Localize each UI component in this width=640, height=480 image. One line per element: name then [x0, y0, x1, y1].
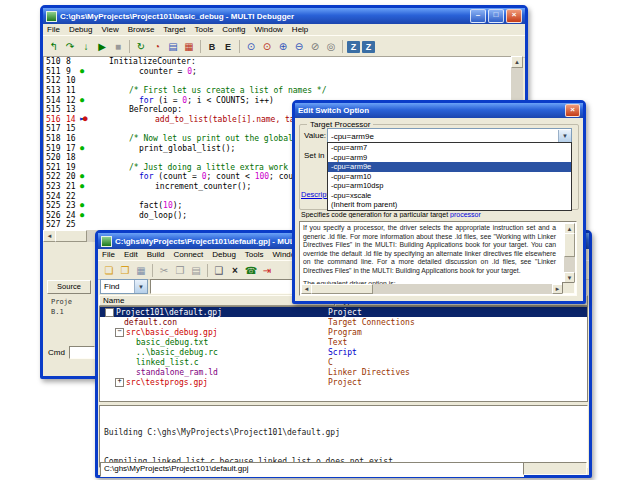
menu-file[interactable]: File: [102, 250, 115, 259]
window-source-icon[interactable]: Z: [347, 41, 360, 53]
view-source-icon[interactable]: ⊙: [243, 39, 259, 54]
scroll-up-icon[interactable]: ▲: [511, 56, 523, 68]
eval-icon[interactable]: E: [220, 39, 236, 54]
set-in-label: Set in: [304, 151, 324, 160]
description-vertical-scrollbar[interactable]: ▲ ▼: [564, 223, 575, 283]
stop-dot-icon: ●: [83, 115, 88, 123]
breakpoint-dot-icon[interactable]: ●: [80, 202, 84, 209]
menu-edit[interactable]: Edit: [124, 250, 138, 259]
dialog-titlebar[interactable]: Edit Switch Option ×: [295, 103, 583, 118]
step-over-icon[interactable]: ↷: [62, 39, 78, 54]
menu-debug[interactable]: Debug: [212, 250, 236, 259]
cut-icon[interactable]: ✂: [156, 263, 172, 278]
menu-connect[interactable]: Connect: [173, 250, 203, 259]
save-icon[interactable]: ▦: [133, 263, 149, 278]
code-line: 5119●counter = 0;: [44, 67, 512, 77]
table-row[interactable]: default.conTarget Connections: [100, 317, 587, 327]
expand-icon[interactable]: +: [115, 378, 124, 387]
breakpoint-dot-icon[interactable]: ●: [80, 183, 84, 190]
output-line: Building C:\ghs\MyProjects\Project101\de…: [104, 428, 583, 438]
debug-launch-icon[interactable]: ⇥: [259, 263, 275, 278]
breakpoint-dot-icon[interactable]: ●: [80, 68, 84, 75]
table-row[interactable]: standalone_ram.ldLinker Directives: [100, 367, 587, 377]
menu-tools[interactable]: Tools: [245, 250, 264, 259]
combo-dropdown-icon[interactable]: ▼: [558, 130, 571, 142]
browse-tree-item[interactable]: B.1: [51, 308, 64, 316]
window-debug-icon[interactable]: Z: [362, 41, 375, 53]
breakpoint-dot-icon[interactable]: ●: [80, 97, 84, 104]
view-asm-icon[interactable]: ⊙: [259, 39, 275, 54]
paste-icon[interactable]: ▤: [188, 263, 204, 278]
zoom-in-icon[interactable]: ⊕: [275, 39, 291, 54]
minimize-button[interactable]: –: [470, 9, 486, 23]
cmd-input[interactable]: [69, 346, 95, 359]
dropdown-option[interactable]: -cpu=arm9: [328, 153, 571, 163]
menu-help[interactable]: Help: [292, 25, 308, 34]
multi-app-icon: [46, 11, 57, 22]
menu-debug[interactable]: Debug: [69, 25, 93, 34]
debugger-titlebar[interactable]: C:\ghs\MyProjects\Project101\basic_debug…: [43, 8, 525, 24]
browse-tree-item[interactable]: Proje: [51, 298, 72, 306]
new-icon[interactable]: ❏: [101, 263, 117, 278]
registers-icon[interactable]: ▤: [165, 39, 181, 54]
breakpoint-dot-icon[interactable]: ●: [80, 173, 84, 180]
delete-icon[interactable]: ×: [227, 263, 243, 278]
view-trace-icon[interactable]: ◎: [323, 39, 339, 54]
dropdown-option[interactable]: -cpu=arm10: [328, 172, 571, 182]
menu-build[interactable]: Build: [147, 250, 165, 259]
restart-icon[interactable]: ↻: [133, 39, 149, 54]
dropdown-option[interactable]: -cpu=xscale: [328, 191, 571, 201]
menu-window[interactable]: Window: [254, 25, 282, 34]
table-row[interactable]: ..\basic_debug.rcScript: [100, 347, 587, 357]
table-row[interactable]: −src\basic_debug.gpjProgram: [100, 327, 587, 337]
menu-config[interactable]: Config: [222, 25, 245, 34]
view-mixed-icon[interactable]: ⊘: [307, 39, 323, 54]
collapse-icon[interactable]: −: [115, 328, 124, 337]
menu-file[interactable]: File: [47, 25, 60, 34]
step-into-icon[interactable]: ↓: [78, 39, 94, 54]
menu-tools[interactable]: Tools: [195, 25, 214, 34]
find-combo[interactable]: Find ▼: [100, 279, 148, 294]
collapse-icon[interactable]: −: [105, 308, 114, 317]
menu-browse[interactable]: Browse: [128, 25, 155, 34]
table-row[interactable]: +src\testprogs.gpjProject: [100, 377, 587, 387]
description-horizontal-scrollbar[interactable]: ◄ ►: [301, 284, 563, 294]
dropdown-option[interactable]: -cpu=arm7: [328, 143, 571, 153]
dropdown-option[interactable]: -cpu=arm10dsp: [328, 181, 571, 191]
cmd-label: Cmd: [48, 348, 65, 357]
maximize-button[interactable]: □: [488, 9, 504, 23]
option-summary: Specifies code generation for a particul…: [301, 211, 579, 218]
copy-icon[interactable]: ❐: [172, 263, 188, 278]
table-row[interactable]: −Project101\default.gpjProject: [100, 307, 587, 317]
build-output-pane[interactable]: Building C:\ghs\MyProjects\Project101\de…: [99, 405, 588, 468]
scrollbar-corner: [562, 282, 575, 294]
table-row[interactable]: basic_debug.txtText: [100, 337, 587, 347]
source-tab[interactable]: Source: [47, 280, 91, 294]
breakpoints-icon[interactable]: B: [204, 39, 220, 54]
close-button[interactable]: ×: [506, 9, 522, 23]
reset-icon[interactable]: ◔: [149, 39, 165, 54]
desktop: C:\ghs\MyProjects\Project101\basic_debug…: [0, 0, 640, 480]
new-document-icon[interactable]: ❑: [211, 263, 227, 278]
close-button[interactable]: ×: [565, 104, 580, 117]
return-from-function-icon[interactable]: ↰: [46, 39, 62, 54]
table-row[interactable]: linked_list.cC: [100, 357, 587, 367]
menu-target[interactable]: Target: [163, 25, 185, 34]
open-icon[interactable]: ❐: [117, 263, 133, 278]
dropdown-option[interactable]: (Inherit from parent): [328, 200, 571, 210]
go-icon[interactable]: ▶: [94, 39, 110, 54]
memory-icon[interactable]: ▦: [181, 39, 197, 54]
menu-view[interactable]: View: [101, 25, 118, 34]
dropdown-option-selected[interactable]: -cpu=arm9e: [328, 162, 571, 172]
connect-icon[interactable]: ☎: [243, 263, 259, 278]
breakpoint-dot-icon[interactable]: ●: [80, 145, 84, 152]
find-label: Find: [101, 282, 134, 291]
stop-icon[interactable]: ■: [110, 39, 126, 54]
description-link[interactable]: Description: [301, 190, 327, 199]
value-label: Value:: [304, 131, 326, 140]
code-line: 51311/* First let us create a list of na…: [44, 86, 512, 96]
zoom-out-icon[interactable]: ⊖: [291, 39, 307, 54]
find-dropdown-icon[interactable]: ▼: [134, 280, 147, 293]
breakpoint-dot-icon[interactable]: ●: [80, 212, 84, 219]
processor-link[interactable]: processor: [450, 211, 481, 218]
